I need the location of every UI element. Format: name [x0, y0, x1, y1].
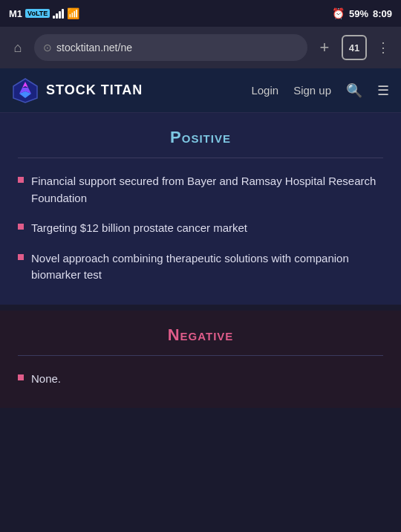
positive-list: Financial support secured from Bayer and…	[18, 173, 383, 284]
address-bar[interactable]: ⊙ stocktitan.net/ne	[34, 34, 307, 61]
browser-chrome: ⌂ ⊙ stocktitan.net/ne + 41 ⋮	[0, 27, 401, 68]
list-item: Financial support secured from Bayer and…	[18, 173, 383, 207]
positive-item-2: Targeting $12 billion prostate cancer ma…	[31, 220, 247, 237]
positive-item-3: Novel approach combining therapeutic sol…	[31, 250, 383, 284]
signal-bars-icon	[53, 8, 64, 19]
login-link[interactable]: Login	[251, 84, 278, 97]
logo-icon	[12, 77, 39, 104]
wifi-icon: 📶	[67, 7, 79, 19]
time-display: 8:09	[373, 8, 392, 19]
negative-title: Negative	[18, 325, 383, 345]
status-bar: M1 VoLTE 📶 ⏰ 59% 8:09	[0, 0, 401, 27]
home-button[interactable]: ⌂	[7, 37, 28, 58]
lock-icon: ⊙	[43, 42, 52, 53]
signup-link[interactable]: Sign up	[293, 84, 331, 97]
bullet-icon	[18, 224, 24, 230]
site-logo-text: STOCK TITAN	[46, 82, 143, 98]
hamburger-menu-icon[interactable]: ☰	[377, 82, 389, 99]
tab-count-button[interactable]: 41	[342, 35, 367, 60]
header-nav: Login Sign up 🔍 ☰	[251, 82, 389, 99]
battery-level: 59%	[349, 8, 368, 19]
browser-menu-button[interactable]: ⋮	[373, 37, 394, 58]
bullet-icon	[18, 374, 24, 380]
carrier-label: M1	[9, 8, 22, 19]
bullet-icon	[18, 254, 24, 260]
alarm-icon: ⏰	[332, 7, 345, 19]
list-item: None.	[18, 371, 383, 388]
negative-list: None.	[18, 371, 383, 388]
negative-divider	[18, 355, 383, 356]
list-item: Novel approach combining therapeutic sol…	[18, 250, 383, 284]
negative-none-text: None.	[31, 371, 61, 388]
positive-title: Positive	[18, 128, 383, 147]
volte-badge: VoLTE	[25, 9, 50, 18]
negative-section: Negative None.	[0, 311, 401, 409]
url-text: stocktitan.net/ne	[56, 42, 299, 53]
positive-divider	[18, 158, 383, 158]
search-icon[interactable]: 🔍	[346, 82, 362, 99]
new-tab-button[interactable]: +	[313, 36, 336, 59]
positive-section: Positive Financial support secured from …	[0, 113, 401, 305]
positive-item-1: Financial support secured from Bayer and…	[31, 173, 383, 207]
status-right: ⏰ 59% 8:09	[332, 7, 392, 19]
list-item: Targeting $12 billion prostate cancer ma…	[18, 220, 383, 237]
content-area: Positive Financial support secured from …	[0, 113, 401, 532]
logo-container: STOCK TITAN	[12, 77, 143, 104]
bullet-icon	[18, 177, 24, 183]
status-left: M1 VoLTE 📶	[9, 7, 79, 19]
site-header: STOCK TITAN Login Sign up 🔍 ☰	[0, 68, 401, 113]
